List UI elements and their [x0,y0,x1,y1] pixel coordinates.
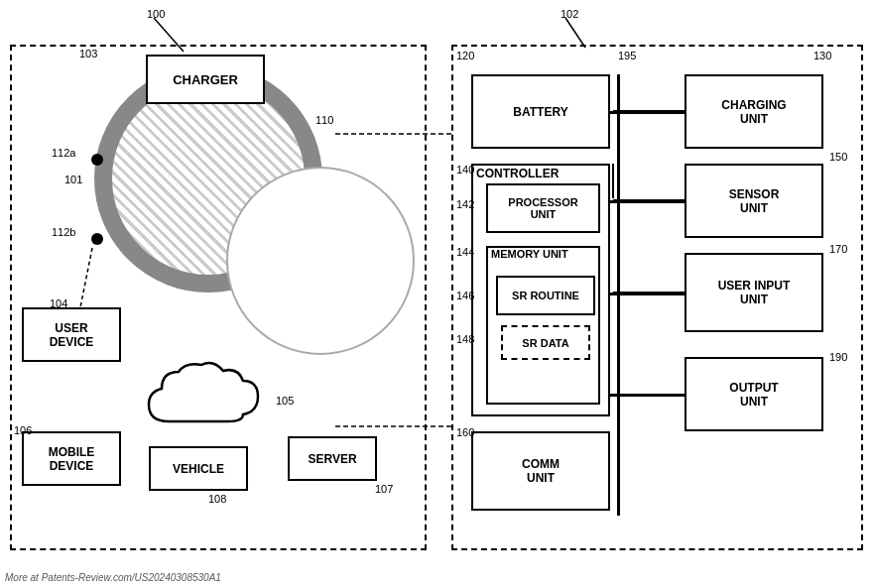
server-box: SERVER [288,436,377,481]
ref-108: 108 [208,493,226,505]
ref-146: 146 [456,290,474,301]
ref-150: 150 [829,151,847,163]
sr-data-block: SR DATA [501,325,590,360]
ref-130: 130 [813,50,831,61]
vehicle-box: VEHICLE [149,446,248,491]
battery-label: BATTERY [513,105,567,119]
charger-label: CHARGER [173,72,238,87]
ref-107: 107 [375,483,393,495]
ref-142: 142 [456,198,474,210]
user-device-box: USERDEVICE [22,307,121,362]
mobile-device-label: MOBILEDEVICE [49,445,95,473]
output-unit-block: OUTPUTUNIT [685,357,823,431]
battery-block: BATTERY [471,74,610,149]
connector-controller-sensor [610,200,685,203]
ref-102: 102 [561,8,578,20]
sensor-unit-label: SENSORUNIT [729,187,780,215]
ref-101: 101 [64,174,82,185]
processor-block: PROCESSORUNIT [486,183,600,233]
comm-unit-label: COMMUNIT [522,457,560,485]
charging-unit-block: CHARGINGUNIT [685,74,823,149]
sr-routine-label: SR ROUTINE [512,290,579,301]
ref-112a: 112a [52,147,75,159]
svg-line-1 [565,18,585,48]
sr-data-label: SR DATA [522,337,568,349]
cloud-svg [144,357,273,436]
contact-dot-top [91,154,103,166]
ref-160: 160 [456,426,474,438]
ref-190: 190 [829,351,847,363]
server-label: SERVER [308,452,356,466]
charging-unit-label: CHARGINGUNIT [721,98,786,126]
ref-112b: 112b [52,226,75,238]
charger-box: CHARGER [146,55,265,104]
connector-comm-output [610,394,685,397]
diagram-container: 100 102 103 110 101 112a 112b CHARGER US… [0,0,873,588]
ref-100: 100 [147,8,165,20]
sensor-unit-block: SENSORUNIT [685,164,823,238]
mobile-device-box: MOBILEDEVICE [22,431,121,486]
ref-140: 140 [456,164,474,176]
ref-110: 110 [315,114,333,126]
ref-103: 103 [79,48,97,59]
memory-label: MEMORY UNIT [491,248,568,260]
ref-120: 120 [456,50,474,61]
ref-144: 144 [456,246,474,258]
connector-battery-charging [610,111,685,114]
ref-105: 105 [276,395,294,407]
connector-controller-userinput [610,293,685,295]
ref-106: 106 [14,424,32,436]
user-input-label: USER INPUTUNIT [718,279,791,306]
controller-label: CONTROLLER [476,167,559,180]
user-device-label: USERDEVICE [50,321,94,349]
sr-routine-block: SR ROUTINE [496,276,595,315]
comm-unit-block: COMMUNIT [471,431,610,511]
output-unit-label: OUTPUTUNIT [729,381,778,409]
contact-dot-bottom [91,233,103,245]
watermark: More at Patents-Review.com/US20240308530… [5,572,221,583]
ref-104: 104 [50,297,67,309]
processor-label: PROCESSORUNIT [508,196,577,220]
ref-170: 170 [829,243,847,255]
ref-148: 148 [456,333,474,345]
ring-inner [226,167,415,355]
ref-195: 195 [618,50,636,61]
user-input-block: USER INPUTUNIT [685,253,823,332]
vehicle-label: VEHICLE [173,462,224,476]
